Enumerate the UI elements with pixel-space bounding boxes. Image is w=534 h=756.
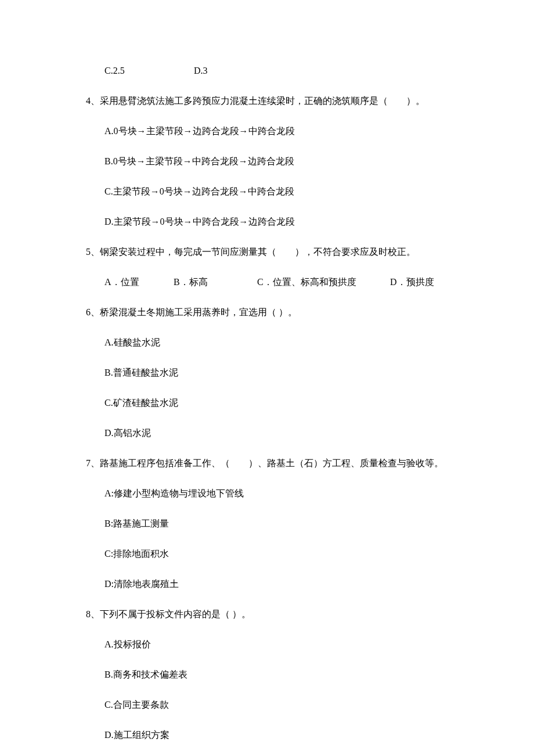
q7-option-d: D:清除地表腐殖土 bbox=[86, 577, 460, 591]
q8-option-c: C.合同主要条款 bbox=[86, 698, 460, 712]
q6-option-a: A.硅酸盐水泥 bbox=[86, 336, 460, 350]
q7-option-a: A:修建小型构造物与埋设地下管线 bbox=[86, 487, 460, 501]
q5-option-c: C．位置、标高和预拱度 bbox=[257, 275, 388, 289]
q7-option-c: C:排除地面积水 bbox=[86, 547, 460, 561]
q8-option-a: A.投标报价 bbox=[86, 638, 460, 651]
q3-option-d: D.3 bbox=[194, 64, 208, 78]
q8-option-d: D.施工组织方案 bbox=[86, 728, 460, 742]
q5-option-a: A．位置 bbox=[104, 275, 171, 289]
q6-option-d: D.高铝水泥 bbox=[86, 426, 460, 440]
q4-option-a: A.0号块→主梁节段→边跨合龙段→中跨合龙段 bbox=[86, 124, 460, 138]
q4-option-d: D.主梁节段→0号块→中跨合龙段→边跨合龙段 bbox=[86, 215, 460, 229]
q5-options: A．位置 B．标高 C．位置、标高和预拱度 D．预拱度 bbox=[86, 275, 460, 289]
document-page: C.2.5 D.3 4、采用悬臂浇筑法施工多跨预应力混凝土连续梁时，正确的浇筑顺… bbox=[0, 0, 534, 756]
q5-stem: 5、钢梁安装过程中，每完成一节间应测量其（ ），不符合要求应及时校正。 bbox=[86, 245, 460, 259]
q3-option-c: C.2.5 bbox=[104, 64, 192, 78]
q7-stem: 7、路基施工程序包括准备工作、（ ）、路基土（石）方工程、质量检查与验收等。 bbox=[86, 456, 460, 470]
q4-option-c: C.主梁节段→0号块→边跨合龙段→中跨合龙段 bbox=[86, 185, 460, 199]
q8-stem: 8、下列不属于投标文件内容的是（ ）。 bbox=[86, 607, 460, 621]
q3-options-cd: C.2.5 D.3 bbox=[86, 64, 460, 78]
q6-stem: 6、桥梁混凝土冬期施工采用蒸养时，宜选用（ ）。 bbox=[86, 305, 460, 319]
q4-option-b: B.0号块→主梁节段→中跨合龙段→边跨合龙段 bbox=[86, 154, 460, 168]
q6-option-c: C.矿渣硅酸盐水泥 bbox=[86, 396, 460, 410]
q7-option-b: B:路基施工测量 bbox=[86, 517, 460, 531]
q4-stem: 4、采用悬臂浇筑法施工多跨预应力混凝土连续梁时，正确的浇筑顺序是（ ）。 bbox=[86, 94, 460, 108]
q6-option-b: B.普通硅酸盐水泥 bbox=[86, 366, 460, 380]
q5-option-b: B．标高 bbox=[174, 275, 255, 289]
q8-option-b: B.商务和技术偏差表 bbox=[86, 668, 460, 682]
q5-option-d: D．预拱度 bbox=[390, 275, 434, 289]
